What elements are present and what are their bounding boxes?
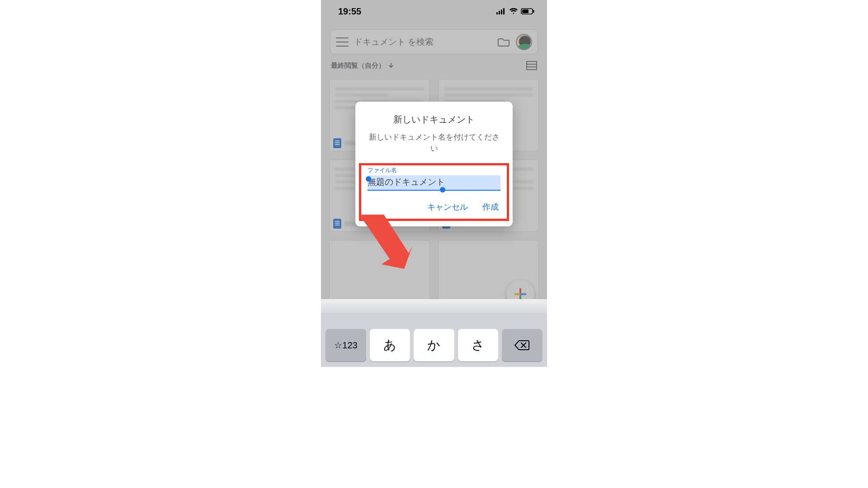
field-label: ファイル名 — [368, 166, 500, 174]
signal-icon — [496, 8, 506, 14]
keyboard: ☆123 あ か さ — [321, 313, 547, 367]
svg-rect-4 — [499, 11, 500, 14]
filename-input[interactable] — [368, 175, 500, 191]
keyboard-key-sa[interactable]: さ — [458, 329, 498, 361]
battery-icon — [521, 8, 534, 14]
svg-rect-3 — [496, 12, 498, 14]
dialog-subtitle: 新しいドキュメント名を付けてください — [365, 132, 503, 154]
cancel-button[interactable]: キャンセル — [427, 202, 468, 212]
create-button[interactable]: 作成 — [482, 202, 499, 212]
svg-rect-8 — [522, 9, 528, 13]
backspace-icon — [514, 340, 530, 351]
status-bar: 19:55 — [321, 0, 547, 23]
highlight-annotation: ファイル名 キャンセル 作成 — [359, 163, 509, 221]
svg-rect-9 — [533, 10, 534, 13]
selection-handle-icon[interactable] — [440, 187, 445, 192]
svg-rect-6 — [503, 8, 505, 14]
phone-frame: ドキュメント を検索 最終閲覧（自分） — [321, 0, 547, 367]
keyboard-delete-key[interactable] — [502, 329, 542, 361]
keyboard-switch-key[interactable]: ☆123 — [326, 329, 366, 361]
svg-rect-5 — [501, 9, 502, 14]
new-document-dialog: 新しいドキュメント 新しいドキュメント名を付けてください ファイル名 キャンセル… — [355, 102, 513, 226]
keyboard-key-a[interactable]: あ — [370, 329, 410, 361]
keyboard-key-ka[interactable]: か — [414, 329, 454, 361]
status-icons — [496, 8, 534, 14]
wifi-icon — [509, 8, 518, 14]
status-time: 19:55 — [338, 6, 361, 17]
dialog-title: 新しいドキュメント — [365, 113, 503, 126]
